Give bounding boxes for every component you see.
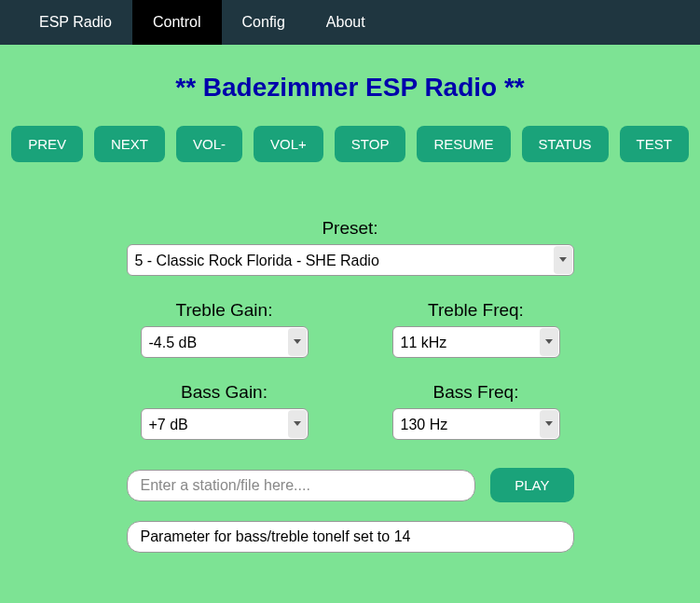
treble-gain-label: Treble Gain: <box>127 300 323 321</box>
treble-freq-label: Treble Freq: <box>378 300 574 321</box>
vol-down-button[interactable]: VOL- <box>176 126 242 162</box>
status-output[interactable] <box>127 521 574 553</box>
preset-select[interactable]: 5 - Classic Rock Florida - SHE Radio <box>127 244 574 276</box>
nav-item-about[interactable]: About <box>306 0 386 45</box>
nav-item-esp-radio[interactable]: ESP Radio <box>19 0 132 45</box>
nav-item-control[interactable]: Control <box>132 0 222 45</box>
navbar: ESP Radio Control Config About <box>0 0 700 45</box>
bass-gain-select[interactable]: +7 dB <box>141 408 309 440</box>
play-button[interactable]: PLAY <box>490 468 573 502</box>
vol-up-button[interactable]: VOL+ <box>254 126 323 162</box>
test-button[interactable]: TEST <box>620 126 689 162</box>
preset-label: Preset: <box>127 218 574 239</box>
status-button[interactable]: STATUS <box>522 126 609 162</box>
next-button[interactable]: NEXT <box>94 126 165 162</box>
control-button-row: PREV NEXT VOL- VOL+ STOP RESUME STATUS T… <box>19 126 681 162</box>
station-input[interactable] <box>127 470 476 501</box>
bass-gain-label: Bass Gain: <box>127 382 323 403</box>
treble-freq-select[interactable]: 11 kHz <box>392 326 560 358</box>
page-title: ** Badezimmer ESP Radio ** <box>19 73 681 103</box>
prev-button[interactable]: PREV <box>11 126 83 162</box>
treble-gain-select[interactable]: -4.5 dB <box>141 326 309 358</box>
bass-freq-select[interactable]: 130 Hz <box>392 408 560 440</box>
nav-item-config[interactable]: Config <box>222 0 306 45</box>
stop-button[interactable]: STOP <box>335 126 406 162</box>
bass-freq-label: Bass Freq: <box>378 382 574 403</box>
resume-button[interactable]: RESUME <box>417 126 510 162</box>
page-body: ** Badezimmer ESP Radio ** PREV NEXT VOL… <box>0 45 700 603</box>
form-area: Preset: 5 - Classic Rock Florida - SHE R… <box>127 218 574 553</box>
